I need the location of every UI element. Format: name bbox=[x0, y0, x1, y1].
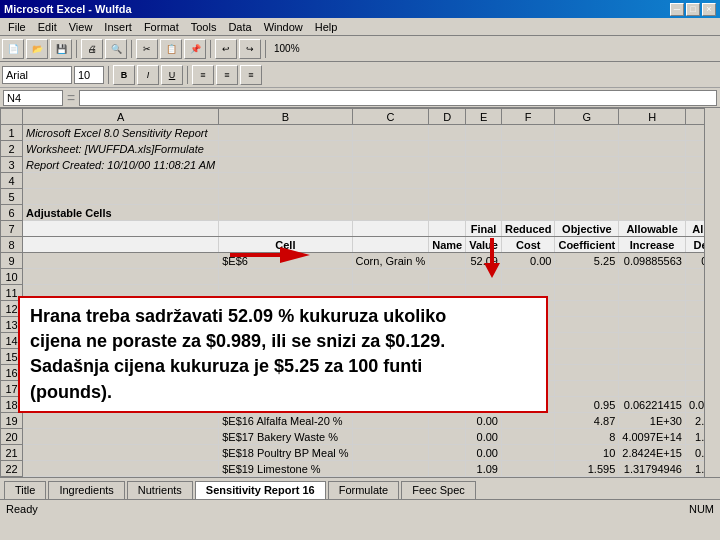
cell-r22-c6[interactable]: 1.595 bbox=[555, 461, 619, 477]
cell-r19-c7[interactable]: 1E+30 bbox=[619, 413, 686, 429]
menu-item-data[interactable]: Data bbox=[222, 20, 257, 34]
cell-r12-c8[interactable] bbox=[685, 301, 704, 317]
close-button[interactable]: × bbox=[702, 3, 716, 16]
cell-r13-c7[interactable] bbox=[619, 317, 686, 333]
redo-button[interactable]: ↪ bbox=[239, 39, 261, 59]
cell-r18-c7[interactable]: 0.06221415 bbox=[619, 397, 686, 413]
copy-button[interactable]: 📋 bbox=[160, 39, 182, 59]
cell-r11-c6[interactable] bbox=[555, 285, 619, 301]
cell-r7-c4[interactable]: Final bbox=[466, 221, 502, 237]
cell-r2-c7[interactable] bbox=[619, 141, 686, 157]
cell-r22-c3[interactable] bbox=[429, 461, 466, 477]
cell-r7-c7[interactable]: Allowable bbox=[619, 221, 686, 237]
cell-r15-c6[interactable] bbox=[555, 349, 619, 365]
cell-r4-c1[interactable] bbox=[219, 173, 352, 189]
minimize-button[interactable]: ─ bbox=[670, 3, 684, 16]
cell-r20-c6[interactable]: 8 bbox=[555, 429, 619, 445]
cell-r13-c8[interactable] bbox=[685, 317, 704, 333]
menu-item-window[interactable]: Window bbox=[258, 20, 309, 34]
cell-r20-c7[interactable]: 4.0097E+14 bbox=[619, 429, 686, 445]
cell-r4-c4[interactable] bbox=[466, 173, 502, 189]
cell-r22-c0[interactable] bbox=[23, 461, 219, 477]
cell-r1-c3[interactable] bbox=[429, 125, 466, 141]
cell-r21-c2[interactable] bbox=[352, 445, 429, 461]
cell-r2-c1[interactable] bbox=[219, 141, 352, 157]
cell-r17-c6[interactable] bbox=[555, 381, 619, 397]
cell-r9-c7[interactable]: 0.09885563 bbox=[619, 253, 686, 269]
cell-r2-c4[interactable] bbox=[466, 141, 502, 157]
cell-r14-c8[interactable] bbox=[685, 333, 704, 349]
cell-r2-c6[interactable] bbox=[555, 141, 619, 157]
cell-r10-c6[interactable] bbox=[555, 269, 619, 285]
cell-r7-c5[interactable]: Reduced bbox=[501, 221, 554, 237]
cell-r5-c8[interactable] bbox=[685, 189, 704, 205]
bold-button[interactable]: B bbox=[113, 65, 135, 85]
menu-item-help[interactable]: Help bbox=[309, 20, 344, 34]
cell-r9-c3[interactable] bbox=[429, 253, 466, 269]
col-header-i[interactable]: I bbox=[685, 109, 704, 125]
cell-r1-c8[interactable] bbox=[685, 125, 704, 141]
sheet-tab-feec-spec[interactable]: Feec Spec bbox=[401, 481, 476, 499]
cell-r4-c0[interactable] bbox=[23, 173, 219, 189]
cell-r7-c2[interactable] bbox=[352, 221, 429, 237]
cell-r5-c4[interactable] bbox=[466, 189, 502, 205]
cell-r2-c5[interactable] bbox=[501, 141, 554, 157]
cell-r5-c7[interactable] bbox=[619, 189, 686, 205]
cell-r8-c7[interactable]: Increase bbox=[619, 237, 686, 253]
cell-r10-c7[interactable] bbox=[619, 269, 686, 285]
cell-r2-c3[interactable] bbox=[429, 141, 466, 157]
col-header-b[interactable]: B bbox=[219, 109, 352, 125]
menu-item-view[interactable]: View bbox=[63, 20, 99, 34]
cell-r16-c7[interactable] bbox=[619, 365, 686, 381]
cell-r3-c7[interactable] bbox=[619, 157, 686, 173]
italic-button[interactable]: I bbox=[137, 65, 159, 85]
cell-r1-c5[interactable] bbox=[501, 125, 554, 141]
cell-r16-c6[interactable] bbox=[555, 365, 619, 381]
font-name-input[interactable] bbox=[2, 66, 72, 84]
undo-button[interactable]: ↩ bbox=[215, 39, 237, 59]
cell-r10-c3[interactable] bbox=[429, 269, 466, 285]
sheet-tab-formulate[interactable]: Formulate bbox=[328, 481, 400, 499]
cell-r16-c8[interactable] bbox=[685, 365, 704, 381]
cell-r13-c6[interactable] bbox=[555, 317, 619, 333]
cell-r1-c0[interactable]: Microsoft Excel 8.0 Sensitivity Report bbox=[23, 125, 219, 141]
cell-r1-c1[interactable] bbox=[219, 125, 352, 141]
cell-r10-c8[interactable] bbox=[685, 269, 704, 285]
menu-item-format[interactable]: Format bbox=[138, 20, 185, 34]
cell-r20-c1[interactable]: $E$17 Bakery Waste % bbox=[219, 429, 352, 445]
cell-r6-c5[interactable] bbox=[501, 205, 554, 221]
cell-r6-c7[interactable] bbox=[619, 205, 686, 221]
cell-r9-c5[interactable]: 0.00 bbox=[501, 253, 554, 269]
cell-r6-c8[interactable] bbox=[685, 205, 704, 221]
maximize-button[interactable]: □ bbox=[686, 3, 700, 16]
cell-r3-c6[interactable] bbox=[555, 157, 619, 173]
cell-r19-c3[interactable] bbox=[429, 413, 466, 429]
cell-r7-c3[interactable] bbox=[429, 221, 466, 237]
cell-r22-c4[interactable]: 1.09 bbox=[466, 461, 502, 477]
cell-r10-c0[interactable] bbox=[23, 269, 219, 285]
cell-r5-c5[interactable] bbox=[501, 189, 554, 205]
cell-r1-c2[interactable] bbox=[352, 125, 429, 141]
cell-r3-c8[interactable] bbox=[685, 157, 704, 173]
cell-r21-c4[interactable]: 0.00 bbox=[466, 445, 502, 461]
cell-r6-c6[interactable] bbox=[555, 205, 619, 221]
cell-r20-c0[interactable] bbox=[23, 429, 219, 445]
save-button[interactable]: 💾 bbox=[50, 39, 72, 59]
cell-r6-c1[interactable] bbox=[219, 205, 352, 221]
cell-r21-c7[interactable]: 2.8424E+15 bbox=[619, 445, 686, 461]
cell-r12-c6[interactable] bbox=[555, 301, 619, 317]
cell-r9-c6[interactable]: 5.25 bbox=[555, 253, 619, 269]
col-header-f[interactable]: F bbox=[501, 109, 554, 125]
cell-r8-c5[interactable]: Cost bbox=[501, 237, 554, 253]
sheet-tab-title[interactable]: Title bbox=[4, 481, 46, 499]
cell-r3-c2[interactable] bbox=[352, 157, 429, 173]
cell-r14-c7[interactable] bbox=[619, 333, 686, 349]
cell-r5-c3[interactable] bbox=[429, 189, 466, 205]
cell-r22-c5[interactable] bbox=[501, 461, 554, 477]
cell-r21-c0[interactable] bbox=[23, 445, 219, 461]
cell-r7-c8[interactable]: Allowable bbox=[685, 221, 704, 237]
sheet-tab-nutrients[interactable]: Nutrients bbox=[127, 481, 193, 499]
cell-r10-c4[interactable] bbox=[466, 269, 502, 285]
cell-r11-c7[interactable] bbox=[619, 285, 686, 301]
cell-r19-c1[interactable]: $E$16 Alfalfa Meal-20 % bbox=[219, 413, 352, 429]
